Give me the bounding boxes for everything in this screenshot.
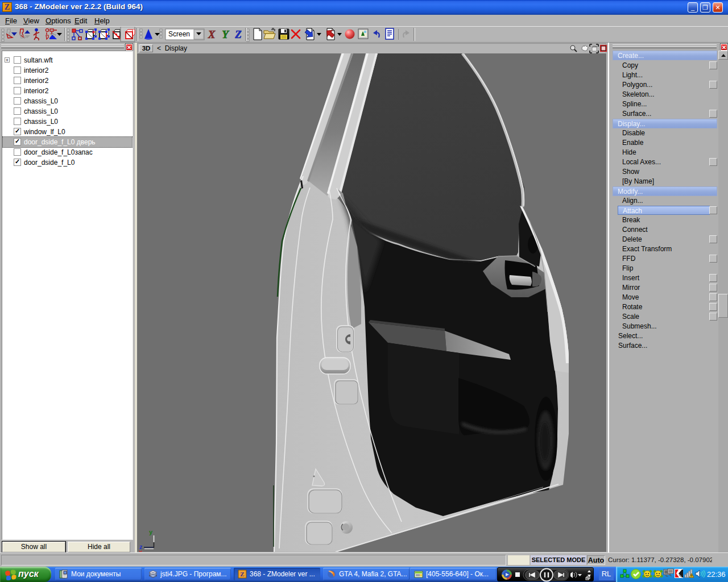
svg-text:Z: Z bbox=[240, 571, 244, 577]
svg-text:Z: Z bbox=[234, 28, 242, 40]
svg-text:y: y bbox=[149, 529, 153, 535]
svg-text:X: X bbox=[208, 28, 216, 40]
svg-text:x: x bbox=[139, 548, 143, 552]
svg-text:Y: Y bbox=[222, 28, 230, 40]
svg-text:Screen: Screen bbox=[168, 30, 190, 38]
